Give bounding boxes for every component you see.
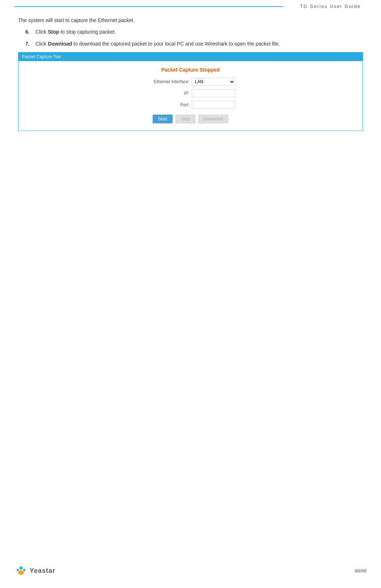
svg-point-2 <box>17 569 19 571</box>
ip-label: IP: <box>146 91 190 96</box>
page-footer: Yeastar 88/88 <box>0 564 381 577</box>
step-7-number: 7. <box>25 40 35 48</box>
port-label: Port: <box>146 102 190 107</box>
ip-input[interactable] <box>192 89 235 97</box>
port-row: Port: <box>26 101 355 109</box>
header-title: TG Series User Guide <box>294 4 367 9</box>
intro-text: The system will start to capture the Eth… <box>18 16 363 24</box>
ethernet-row: Ethernet Interface: LAN WAN <box>26 78 355 86</box>
svg-point-3 <box>23 569 25 571</box>
ethernet-label: Ethernet Interface: <box>146 79 190 84</box>
capture-tool-header: Packet Capture Tool <box>18 52 363 61</box>
capture-tool-panel: Packet Capture Tool Packet Capture Stopp… <box>18 52 363 131</box>
ip-row: IP: <box>26 89 355 97</box>
step-6-text: Click Stop to stop capturing packet. <box>35 28 363 36</box>
capture-status: Packet Capture Stopped <box>26 67 355 73</box>
step-7-text: Click Download to download the captured … <box>35 40 363 48</box>
page-header: TG Series User Guide <box>0 0 381 9</box>
ethernet-select[interactable]: LAN WAN <box>192 78 235 86</box>
yeastar-logo: Yeastar <box>14 564 55 577</box>
yeastar-logo-icon <box>14 564 27 577</box>
step-6-bold: Stop <box>48 29 59 35</box>
capture-buttons: Start Stop Download <box>26 115 355 123</box>
capture-tool-header-label: Packet Capture Tool <box>22 54 61 59</box>
page-content: The system will start to capture the Eth… <box>0 9 381 160</box>
step-7-suffix: to download the captured packet to your … <box>72 41 280 47</box>
page-number: 88/88 <box>355 568 367 574</box>
capture-tool-body: Packet Capture Stopped Ethernet Interfac… <box>18 61 363 131</box>
step-6-number: 6. <box>25 28 35 36</box>
download-button[interactable]: Download <box>198 115 228 123</box>
yeastar-logo-text: Yeastar <box>30 567 55 575</box>
step-6: 6. Click Stop to stop capturing packet. <box>25 28 363 36</box>
stop-button[interactable]: Stop <box>175 115 195 123</box>
port-input[interactable] <box>192 101 235 109</box>
header-line-left <box>14 6 283 7</box>
svg-point-0 <box>20 566 23 570</box>
step-7-bold: Download <box>48 41 72 47</box>
svg-point-1 <box>18 570 24 575</box>
step-7: 7. Click Download to download the captur… <box>25 40 363 48</box>
steps-list: 6. Click Stop to stop capturing packet. … <box>25 28 363 48</box>
step-6-suffix: to stop capturing packet. <box>59 29 115 35</box>
start-button[interactable]: Start <box>153 115 173 123</box>
